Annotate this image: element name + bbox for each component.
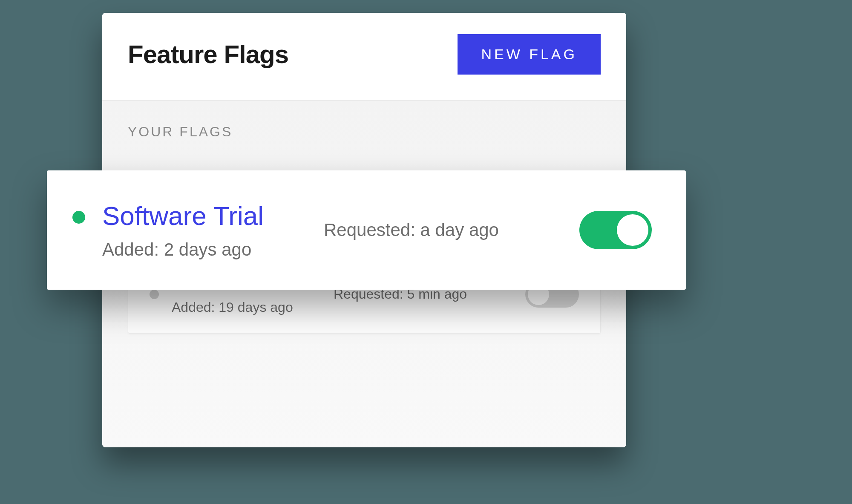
flag-toggle[interactable] [579,211,652,249]
flag-added-label: Added: 2 days ago [102,239,307,260]
flag-requested-label: Requested: a day ago [324,220,562,240]
new-flag-button[interactable]: NEW FLAG [458,34,601,75]
page-title: Feature Flags [128,40,288,69]
status-dot-icon [72,211,85,224]
section-label-your-flags: YOUR FLAGS [128,124,601,140]
flag-added-label: Added: 19 days ago [172,300,321,315]
flag-row-highlighted[interactable]: Software Trial Added: 2 days ago Request… [47,170,686,290]
flag-name-column: Software Trial Added: 2 days ago [102,201,307,260]
status-dot-icon [150,290,159,299]
flag-name-link[interactable]: Software Trial [102,201,307,231]
panel-header: Feature Flags NEW FLAG [102,13,626,101]
